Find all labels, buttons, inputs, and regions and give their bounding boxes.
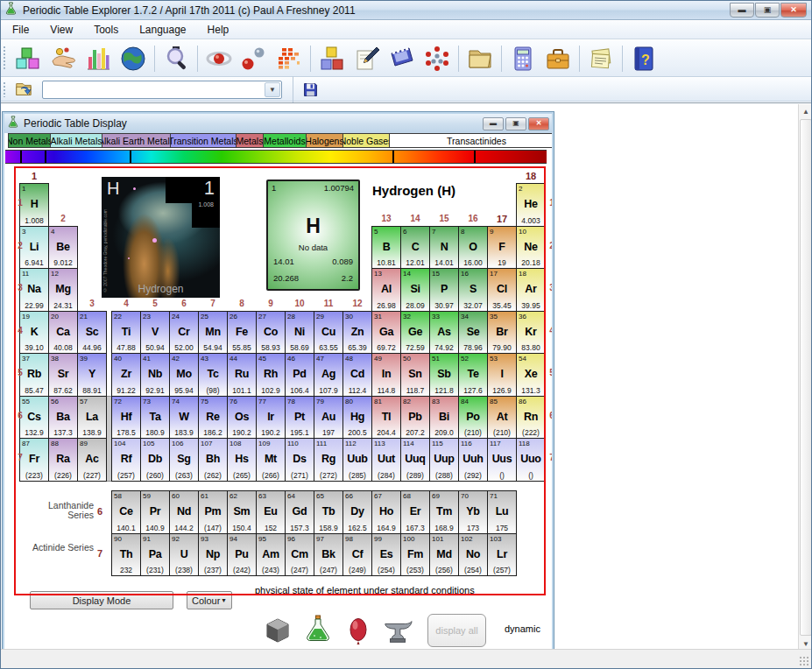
element-cell-Er[interactable]: 68Er167.3 — [400, 490, 430, 534]
menu-item-tools[interactable]: Tools — [86, 22, 126, 38]
element-cell-Uuh[interactable]: 116Uuh(292) — [458, 438, 488, 482]
tab-noble-gases[interactable]: Noble Gases — [342, 133, 390, 148]
element-cell-He[interactable]: 2He4.003 — [516, 183, 546, 227]
element-cell-W[interactable]: 74W183.9 — [169, 396, 199, 440]
folder-icon[interactable] — [462, 43, 498, 74]
element-cell-No[interactable]: 102No(254) — [458, 533, 488, 577]
element-cell-Au[interactable]: 79Au197 — [314, 396, 343, 440]
search-icon[interactable] — [159, 43, 194, 74]
element-cell-In[interactable]: 49In114.8 — [371, 353, 401, 397]
element-cell-C[interactable]: 6C12.01 — [400, 226, 430, 270]
element-cell-Rg[interactable]: 111Rg(272) — [314, 438, 343, 482]
element-cell-Rh[interactable]: 45Rh102.9 — [256, 353, 286, 397]
element-cell-Cd[interactable]: 48Cd112.4 — [342, 353, 372, 397]
menu-item-language[interactable]: Language — [131, 22, 194, 38]
element-cell-Dy[interactable]: 66Dy162.5 — [342, 490, 372, 534]
tab-non-metals[interactable]: Non Metals — [8, 133, 51, 148]
element-cell-Ac[interactable]: 89Ac(227) — [77, 438, 107, 482]
toolbox-icon[interactable] — [540, 43, 575, 74]
element-cell-Yb[interactable]: 70Yb173 — [458, 490, 488, 534]
element-cell-Cr[interactable]: 24Cr52.00 — [169, 311, 199, 355]
element-cell-Ba[interactable]: 56Ba137.3 — [48, 396, 78, 440]
element-cell-Sm[interactable]: 62Sm150.4 — [227, 490, 257, 534]
element-cell-Ho[interactable]: 67Ho164.9 — [371, 490, 401, 534]
element-cell-Ge[interactable]: 32Ge72.59 — [400, 311, 430, 355]
element-cell-Bi[interactable]: 83Bi209.0 — [429, 396, 459, 440]
element-cell-Gd[interactable]: 64Gd157.3 — [285, 490, 314, 534]
element-cell-Hg[interactable]: 80Hg200.5 — [342, 396, 372, 440]
minimize-button[interactable]: ▬ — [730, 3, 754, 18]
element-cell-Co[interactable]: 27Co58.93 — [256, 311, 286, 355]
element-cell-Ra[interactable]: 88Ra(226) — [48, 438, 78, 482]
element-cell-Th[interactable]: 90Th232 — [111, 533, 141, 577]
element-cell-Xe[interactable]: 54Xe131.3 — [516, 353, 546, 397]
element-cell-Tc[interactable]: 43Tc(98) — [198, 353, 228, 397]
element-cell-Sr[interactable]: 38Sr87.62 — [48, 353, 78, 397]
element-cell-Md[interactable]: 101Md(256) — [429, 533, 459, 577]
molecule-icon[interactable] — [420, 43, 455, 74]
element-cell-Os[interactable]: 76Os190.2 — [227, 396, 257, 440]
element-cell-Ar[interactable]: 18Ar39.95 — [516, 268, 546, 312]
tab-transition-metals[interactable]: Transition Metals — [170, 133, 237, 148]
open-recent-icon[interactable] — [11, 79, 37, 100]
element-cell-Pd[interactable]: 46Pd106.4 — [285, 353, 314, 397]
notes-icon[interactable] — [583, 43, 618, 74]
element-cell-Be[interactable]: 4Be9.012 — [48, 226, 78, 270]
energy-levels-icon[interactable] — [272, 43, 307, 74]
bar-chart-icon[interactable] — [81, 43, 116, 74]
maximize-button[interactable]: ▣ — [755, 3, 780, 18]
element-cell-Pu[interactable]: 94Pu(242) — [227, 533, 257, 577]
element-cell-Ta[interactable]: 73Ta180.9 — [140, 396, 170, 440]
element-cell-Mn[interactable]: 25Mn54.94 — [198, 311, 228, 355]
element-cell-Zn[interactable]: 30Zn65.39 — [342, 311, 372, 355]
element-cell-F[interactable]: 9F19 — [487, 226, 517, 270]
element-cell-Bk[interactable]: 97Bk(247) — [314, 533, 343, 577]
child-close-button[interactable]: ✕ — [528, 117, 549, 130]
selected-element-card[interactable]: 1 1.00794 H No data 14.01 0.089 20.268 2… — [266, 180, 360, 291]
vertical-scrollbar[interactable]: ▲ ▼ — [798, 104, 812, 651]
element-cell-Uup[interactable]: 115Uup(288) — [429, 438, 459, 482]
element-cell-Ru[interactable]: 44Ru101.1 — [227, 353, 257, 397]
display-all-button[interactable]: display all — [427, 614, 486, 647]
element-cell-Tl[interactable]: 81Tl204.4 — [371, 396, 401, 440]
tab-alkali-metals[interactable]: Alkali Metals — [50, 133, 102, 148]
element-cell-Cl[interactable]: 17Cl35.45 — [487, 268, 517, 312]
save-icon[interactable] — [297, 79, 323, 100]
element-cell-Zr[interactable]: 40Zr91.22 — [111, 353, 141, 397]
element-cell-Pr[interactable]: 59Pr140.9 — [140, 490, 170, 534]
element-cell-Ce[interactable]: 58Ce140.1 — [111, 490, 141, 534]
element-cell-Nb[interactable]: 41Nb92.91 — [140, 353, 170, 397]
element-cell-Br[interactable]: 35Br79.90 — [487, 311, 517, 355]
tab-metals[interactable]: Metals — [236, 133, 264, 148]
element-cell-Uuo[interactable]: 118Uuo() — [516, 438, 546, 482]
element-cell-La[interactable]: 57La138.9 — [77, 396, 107, 440]
element-cell-O[interactable]: 8O16.00 — [458, 226, 488, 270]
element-cell-N[interactable]: 7N14.01 — [429, 226, 459, 270]
element-cell-Ds[interactable]: 110Ds(271) — [285, 438, 314, 482]
element-cell-Po[interactable]: 84Po(210) — [458, 396, 488, 440]
element-cell-Ti[interactable]: 22Ti47.88 — [111, 311, 141, 355]
element-cell-Db[interactable]: 105Db(260) — [140, 438, 170, 482]
element-cell-Cf[interactable]: 98Cf(249) — [342, 533, 372, 577]
element-cell-Cu[interactable]: 29Cu63.55 — [314, 311, 343, 355]
element-cell-Ir[interactable]: 77Ir190.2 — [256, 396, 286, 440]
element-cell-Sg[interactable]: 106Sg(263) — [169, 438, 199, 482]
colour-dropdown[interactable]: Colour ▼ — [187, 591, 232, 609]
close-button[interactable]: ✕ — [780, 3, 807, 18]
recent-file-combobox[interactable]: ▼ — [42, 81, 282, 99]
element-cell-Si[interactable]: 14Si28.09 — [400, 268, 430, 312]
menu-item-file[interactable]: File — [4, 22, 37, 38]
element-cell-Pm[interactable]: 61Pm(147) — [198, 490, 228, 534]
element-cell-Np[interactable]: 93Np(237) — [198, 533, 228, 577]
resize-grip[interactable] — [799, 656, 809, 666]
element-cell-Uub[interactable]: 112Uub(285) — [342, 438, 372, 482]
isotope-spheres-icon[interactable] — [237, 43, 272, 74]
element-cell-Tb[interactable]: 65Tb158.9 — [314, 490, 343, 534]
calculator-icon[interactable] — [505, 43, 540, 74]
element-cell-Se[interactable]: 34Se78.96 — [458, 311, 488, 355]
film-icon[interactable] — [385, 43, 420, 74]
element-cell-U[interactable]: 92U(238) — [169, 533, 199, 577]
solid-cube-icon[interactable] — [262, 616, 293, 647]
element-cell-Re[interactable]: 75Re186.2 — [198, 396, 228, 440]
element-cell-Pa[interactable]: 91Pa(231) — [140, 533, 170, 577]
